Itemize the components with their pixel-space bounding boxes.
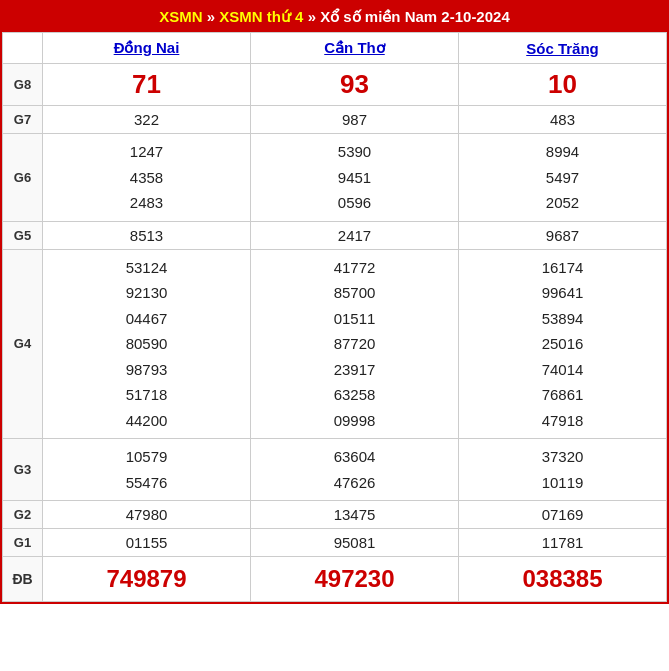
g2-label: G2 xyxy=(3,501,43,529)
g8-v2: 93 xyxy=(251,64,459,106)
g7-v1: 322 xyxy=(43,106,251,134)
lottery-container: XSMN » XSMN thứ 4 » Xổ số miền Nam 2-10-… xyxy=(0,0,669,604)
g8-v3: 10 xyxy=(459,64,667,106)
g7-v2: 987 xyxy=(251,106,459,134)
g3-row: G3 1057955476 6360447626 3732010119 xyxy=(3,439,667,501)
label-col-header xyxy=(3,33,43,64)
g4-v2: 41772857000151187720239176325809998 xyxy=(251,249,459,439)
g8-label: G8 xyxy=(3,64,43,106)
g5-label: G5 xyxy=(3,221,43,249)
col1-header: Đồng Nai xyxy=(43,33,251,64)
db-label: ĐB xyxy=(3,557,43,602)
g2-row: G2 47980 13475 07169 xyxy=(3,501,667,529)
g8-row: G8 71 93 10 xyxy=(3,64,667,106)
arrow2: » xyxy=(308,8,321,25)
col3-header: Sóc Trăng xyxy=(459,33,667,64)
sub-title: XSMN thứ 4 xyxy=(219,8,303,25)
g6-v2: 539094510596 xyxy=(251,134,459,222)
page-header: XSMN » XSMN thứ 4 » Xổ số miền Nam 2-10-… xyxy=(2,2,667,32)
g4-v3: 16174996415389425016740147686147918 xyxy=(459,249,667,439)
main-title: Xổ số miền Nam 2-10-2024 xyxy=(320,8,510,25)
arrow1: » xyxy=(207,8,220,25)
g6-label: G6 xyxy=(3,134,43,222)
col2-header: Cần Thơ xyxy=(251,33,459,64)
g3-v2: 6360447626 xyxy=(251,439,459,501)
db-v3: 038385 xyxy=(459,557,667,602)
g1-v3: 11781 xyxy=(459,529,667,557)
g3-label: G3 xyxy=(3,439,43,501)
g4-v1: 53124921300446780590987935171844200 xyxy=(43,249,251,439)
g6-row: G6 124743582483 539094510596 89945497205… xyxy=(3,134,667,222)
db-row: ĐB 749879 497230 038385 xyxy=(3,557,667,602)
g7-label: G7 xyxy=(3,106,43,134)
g1-row: G1 01155 95081 11781 xyxy=(3,529,667,557)
g8-v1: 71 xyxy=(43,64,251,106)
g3-v3: 3732010119 xyxy=(459,439,667,501)
g7-row: G7 322 987 483 xyxy=(3,106,667,134)
brand-xsmn: XSMN xyxy=(159,8,202,25)
g7-v3: 483 xyxy=(459,106,667,134)
g5-v3: 9687 xyxy=(459,221,667,249)
g1-v2: 95081 xyxy=(251,529,459,557)
g4-label: G4 xyxy=(3,249,43,439)
db-v1: 749879 xyxy=(43,557,251,602)
db-v2: 497230 xyxy=(251,557,459,602)
g1-v1: 01155 xyxy=(43,529,251,557)
lottery-table: Đồng Nai Cần Thơ Sóc Trăng G8 71 93 10 G… xyxy=(2,32,667,602)
g5-v2: 2417 xyxy=(251,221,459,249)
g6-v1: 124743582483 xyxy=(43,134,251,222)
g2-v3: 07169 xyxy=(459,501,667,529)
g3-v1: 1057955476 xyxy=(43,439,251,501)
g5-v1: 8513 xyxy=(43,221,251,249)
column-header-row: Đồng Nai Cần Thơ Sóc Trăng xyxy=(3,33,667,64)
g2-v1: 47980 xyxy=(43,501,251,529)
g1-label: G1 xyxy=(3,529,43,557)
g4-row: G4 53124921300446780590987935171844200 4… xyxy=(3,249,667,439)
g5-row: G5 8513 2417 9687 xyxy=(3,221,667,249)
g2-v2: 13475 xyxy=(251,501,459,529)
g6-v3: 899454972052 xyxy=(459,134,667,222)
